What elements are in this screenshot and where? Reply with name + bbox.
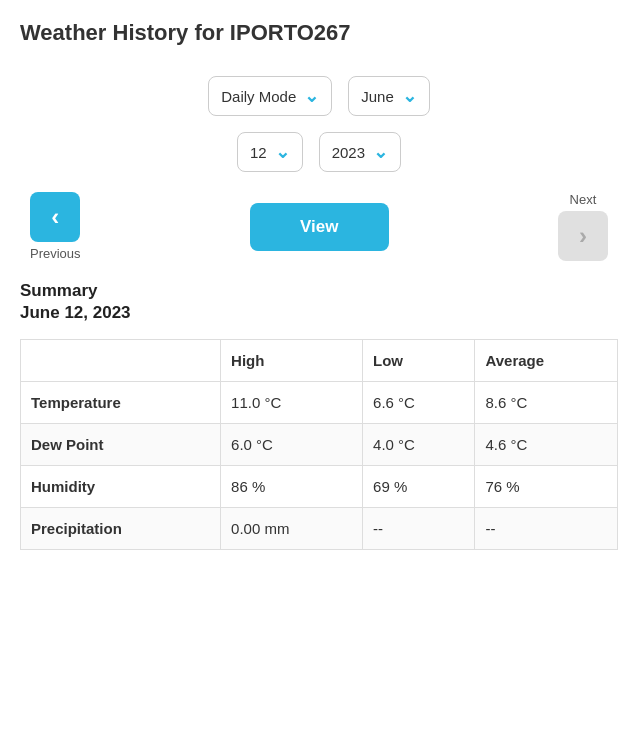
- month-label: June: [361, 88, 394, 105]
- previous-nav: ‹ Previous: [30, 192, 81, 261]
- month-chevron-icon: ⌄: [402, 85, 417, 107]
- chevron-left-icon: ‹: [51, 203, 59, 231]
- mode-chevron-icon: ⌄: [304, 85, 319, 107]
- row-avg: 76 %: [475, 466, 618, 508]
- row-avg: 8.6 °C: [475, 382, 618, 424]
- next-nav: Next ›: [558, 192, 608, 261]
- year-label: 2023: [332, 144, 365, 161]
- row-low: 6.6 °C: [363, 382, 475, 424]
- table-header-row: High Low Average: [21, 340, 618, 382]
- year-chevron-icon: ⌄: [373, 141, 388, 163]
- row-label: Temperature: [21, 382, 221, 424]
- year-select[interactable]: 2023 ⌄: [319, 132, 401, 172]
- row-avg: 4.6 °C: [475, 424, 618, 466]
- row-high: 86 %: [221, 466, 363, 508]
- day-label: 12: [250, 144, 267, 161]
- row-low: 4.0 °C: [363, 424, 475, 466]
- col-header-average: Average: [475, 340, 618, 382]
- next-label: Next: [570, 192, 597, 207]
- view-button[interactable]: View: [250, 203, 388, 251]
- col-header-high: High: [221, 340, 363, 382]
- row-low: --: [363, 508, 475, 550]
- table-row: Temperature 11.0 °C 6.6 °C 8.6 °C: [21, 382, 618, 424]
- row-label: Humidity: [21, 466, 221, 508]
- controls-row1: Daily Mode ⌄ June ⌄: [20, 76, 618, 116]
- summary-title: Summary: [20, 281, 618, 301]
- table-row: Dew Point 6.0 °C 4.0 °C 4.6 °C: [21, 424, 618, 466]
- weather-table: High Low Average Temperature 11.0 °C 6.6…: [20, 339, 618, 550]
- summary-date: June 12, 2023: [20, 303, 618, 323]
- table-row: Humidity 86 % 69 % 76 %: [21, 466, 618, 508]
- row-avg: --: [475, 508, 618, 550]
- day-chevron-icon: ⌄: [275, 141, 290, 163]
- col-header-label: [21, 340, 221, 382]
- row-label: Dew Point: [21, 424, 221, 466]
- row-high: 11.0 °C: [221, 382, 363, 424]
- row-high: 0.00 mm: [221, 508, 363, 550]
- chevron-right-icon: ›: [579, 222, 587, 250]
- table-row: Precipitation 0.00 mm -- --: [21, 508, 618, 550]
- summary-section: Summary June 12, 2023: [20, 281, 618, 323]
- next-button[interactable]: ›: [558, 211, 608, 261]
- col-header-low: Low: [363, 340, 475, 382]
- mode-select[interactable]: Daily Mode ⌄: [208, 76, 332, 116]
- day-select[interactable]: 12 ⌄: [237, 132, 303, 172]
- previous-button[interactable]: ‹: [30, 192, 80, 242]
- row-label: Precipitation: [21, 508, 221, 550]
- controls-row2: 12 ⌄ 2023 ⌄: [20, 132, 618, 172]
- previous-label: Previous: [30, 246, 81, 261]
- row-high: 6.0 °C: [221, 424, 363, 466]
- page-title: Weather History for IPORTO267: [20, 20, 618, 46]
- month-select[interactable]: June ⌄: [348, 76, 430, 116]
- nav-view-row: ‹ Previous View Next ›: [20, 192, 618, 261]
- row-low: 69 %: [363, 466, 475, 508]
- mode-label: Daily Mode: [221, 88, 296, 105]
